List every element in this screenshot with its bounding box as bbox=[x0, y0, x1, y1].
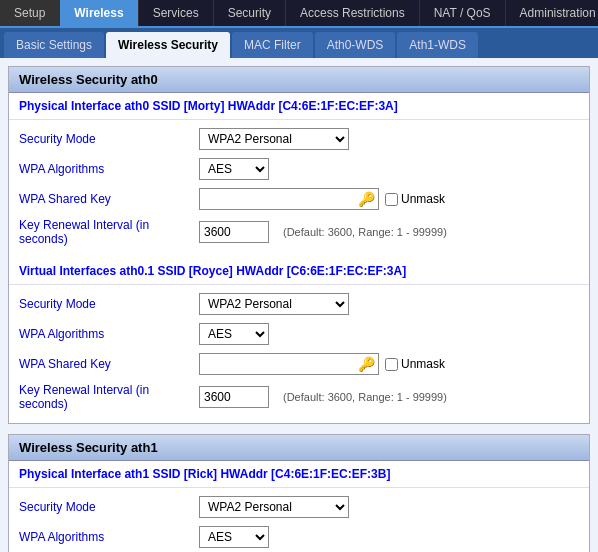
row-wpa-algo-ath0: WPA Algorithms AES TKIP TKIP+AES bbox=[19, 154, 579, 184]
unmask-label-ath0[interactable]: Unmask bbox=[385, 192, 445, 206]
nav-access-restrictions[interactable]: Access Restrictions bbox=[286, 0, 420, 26]
unmask-checkbox-ath0v[interactable] bbox=[385, 358, 398, 371]
form-ath1-physical: Security Mode Disabled WEP WPA Personal … bbox=[9, 488, 589, 552]
key-renewal-hint-ath0: (Default: 3600, Range: 1 - 99999) bbox=[283, 226, 447, 238]
control-wpa-algo-ath1: AES TKIP TKIP+AES bbox=[199, 526, 269, 548]
control-wpa-algo-ath0v: AES TKIP TKIP+AES bbox=[199, 323, 269, 345]
label-shared-key-ath0: WPA Shared Key bbox=[19, 192, 199, 206]
nav-wireless[interactable]: Wireless bbox=[60, 0, 138, 26]
shared-key-input-ath0v[interactable] bbox=[199, 353, 379, 375]
shared-key-input-wrapper-ath0: 🔑 bbox=[199, 188, 379, 210]
select-security-mode-ath0[interactable]: Disabled WEP WPA Personal WPA2 Personal … bbox=[199, 128, 349, 150]
section-title-ath1: Wireless Security ath1 bbox=[9, 435, 589, 461]
tab-basic-settings[interactable]: Basic Settings bbox=[4, 32, 104, 58]
control-shared-key-ath0v: 🔑 Unmask bbox=[199, 353, 445, 375]
select-wpa-algo-ath0v[interactable]: AES TKIP TKIP+AES bbox=[199, 323, 269, 345]
row-wpa-algo-ath0v: WPA Algorithms AES TKIP TKIP+AES bbox=[19, 319, 579, 349]
tab-ath1-wds[interactable]: Ath1-WDS bbox=[397, 32, 478, 58]
shared-key-input-ath0[interactable] bbox=[199, 188, 379, 210]
unmask-text-ath0v: Unmask bbox=[401, 357, 445, 371]
nav-security[interactable]: Security bbox=[214, 0, 286, 26]
iface-heading-ath0-virtual: Virtual Interfaces ath0.1 SSID [Royce] H… bbox=[9, 258, 589, 285]
control-key-renewal-ath0v: (Default: 3600, Range: 1 - 99999) bbox=[199, 386, 447, 408]
nav-nat-qos[interactable]: NAT / QoS bbox=[420, 0, 506, 26]
select-security-mode-ath0v[interactable]: Disabled WEP WPA Personal WPA2 Personal … bbox=[199, 293, 349, 315]
label-key-renewal-ath0v: Key Renewal Interval (in seconds) bbox=[19, 383, 199, 411]
iface-heading-ath1-physical: Physical Interface ath1 SSID [Rick] HWAd… bbox=[9, 461, 589, 488]
row-security-mode-ath1: Security Mode Disabled WEP WPA Personal … bbox=[19, 492, 579, 522]
row-shared-key-ath0: WPA Shared Key 🔑 Unmask bbox=[19, 184, 579, 214]
key-renewal-input-ath0v[interactable] bbox=[199, 386, 269, 408]
row-key-renewal-ath0: Key Renewal Interval (in seconds) (Defau… bbox=[19, 214, 579, 250]
control-security-mode-ath0v: Disabled WEP WPA Personal WPA2 Personal … bbox=[199, 293, 349, 315]
iface-heading-ath0-physical: Physical Interface ath0 SSID [Morty] HWA… bbox=[9, 93, 589, 120]
label-key-renewal-ath0: Key Renewal Interval (in seconds) bbox=[19, 218, 199, 246]
key-icon-ath0v: 🔑 bbox=[358, 356, 375, 372]
key-icon-ath0: 🔑 bbox=[358, 191, 375, 207]
label-security-mode-ath0v: Security Mode bbox=[19, 297, 199, 311]
select-wpa-algo-ath1[interactable]: AES TKIP TKIP+AES bbox=[199, 526, 269, 548]
row-shared-key-ath0v: WPA Shared Key 🔑 Unmask bbox=[19, 349, 579, 379]
row-security-mode-ath0v: Security Mode Disabled WEP WPA Personal … bbox=[19, 289, 579, 319]
control-security-mode-ath1: Disabled WEP WPA Personal WPA2 Personal … bbox=[199, 496, 349, 518]
form-ath0-physical: Security Mode Disabled WEP WPA Personal … bbox=[9, 120, 589, 258]
section-ath1: Wireless Security ath1 Physical Interfac… bbox=[8, 434, 590, 552]
select-security-mode-ath1[interactable]: Disabled WEP WPA Personal WPA2 Personal … bbox=[199, 496, 349, 518]
label-wpa-algo-ath0: WPA Algorithms bbox=[19, 162, 199, 176]
control-shared-key-ath0: 🔑 Unmask bbox=[199, 188, 445, 210]
label-wpa-algo-ath1: WPA Algorithms bbox=[19, 530, 199, 544]
row-security-mode-ath0: Security Mode Disabled WEP WPA Personal … bbox=[19, 124, 579, 154]
control-wpa-algo-ath0: AES TKIP TKIP+AES bbox=[199, 158, 269, 180]
label-wpa-algo-ath0v: WPA Algorithms bbox=[19, 327, 199, 341]
sub-navigation: Basic Settings Wireless Security MAC Fil… bbox=[0, 28, 598, 58]
tab-mac-filter[interactable]: MAC Filter bbox=[232, 32, 313, 58]
section-title-ath0: Wireless Security ath0 bbox=[9, 67, 589, 93]
label-security-mode-ath1: Security Mode bbox=[19, 500, 199, 514]
section-ath0: Wireless Security ath0 Physical Interfac… bbox=[8, 66, 590, 424]
key-renewal-input-ath0[interactable] bbox=[199, 221, 269, 243]
unmask-text-ath0: Unmask bbox=[401, 192, 445, 206]
main-content: Wireless Security ath0 Physical Interfac… bbox=[0, 58, 598, 552]
tab-ath0-wds[interactable]: Ath0-WDS bbox=[315, 32, 396, 58]
unmask-label-ath0v[interactable]: Unmask bbox=[385, 357, 445, 371]
unmask-checkbox-ath0[interactable] bbox=[385, 193, 398, 206]
row-wpa-algo-ath1: WPA Algorithms AES TKIP TKIP+AES bbox=[19, 522, 579, 552]
control-key-renewal-ath0: (Default: 3600, Range: 1 - 99999) bbox=[199, 221, 447, 243]
nav-setup[interactable]: Setup bbox=[0, 0, 60, 26]
nav-administration[interactable]: Administration bbox=[506, 0, 598, 26]
label-shared-key-ath0v: WPA Shared Key bbox=[19, 357, 199, 371]
row-key-renewal-ath0v: Key Renewal Interval (in seconds) (Defau… bbox=[19, 379, 579, 415]
key-renewal-hint-ath0v: (Default: 3600, Range: 1 - 99999) bbox=[283, 391, 447, 403]
control-security-mode-ath0: Disabled WEP WPA Personal WPA2 Personal … bbox=[199, 128, 349, 150]
top-navigation: Setup Wireless Services Security Access … bbox=[0, 0, 598, 28]
select-wpa-algo-ath0[interactable]: AES TKIP TKIP+AES bbox=[199, 158, 269, 180]
shared-key-input-wrapper-ath0v: 🔑 bbox=[199, 353, 379, 375]
nav-services[interactable]: Services bbox=[139, 0, 214, 26]
tab-wireless-security[interactable]: Wireless Security bbox=[106, 32, 230, 58]
form-ath0-virtual: Security Mode Disabled WEP WPA Personal … bbox=[9, 285, 589, 423]
label-security-mode-ath0: Security Mode bbox=[19, 132, 199, 146]
